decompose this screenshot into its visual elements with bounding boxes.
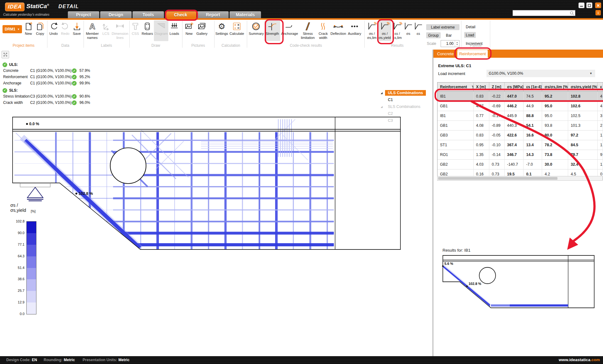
table-horizontal-scrollbar[interactable]: [437, 176, 603, 181]
tab-tools[interactable]: Tools: [133, 11, 164, 18]
summary-check-icon: [248, 21, 264, 31]
close-button[interactable]: [595, 3, 601, 8]
expander-icon[interactable]: ◢: [381, 92, 385, 94]
result-sigma-yield-button[interactable]: % σs /σs,yield: [378, 20, 391, 41]
member-names-button[interactable]: A Member names: [84, 20, 100, 41]
results-tab-concrete[interactable]: Concrete: [433, 50, 457, 58]
stepper-arrows-icon[interactable]: ▲▼: [455, 40, 459, 47]
copy-project-item-button[interactable]: Copy: [34, 20, 46, 41]
table-row-ro1[interactable]: RO11.35-0.14346.714.373.879.79: [437, 150, 603, 160]
result-sigma-button[interactable]: σs: [403, 20, 413, 41]
project-item-combo[interactable]: DRM1▼: [3, 25, 22, 33]
table-cell: 95.0: [542, 101, 568, 111]
table-row-gb1[interactable]: GB14.07-0.69446.244.995.0102.64: [437, 101, 603, 111]
gallery-button[interactable]: Gallery: [195, 20, 209, 41]
rebars-button[interactable]: Rebars: [141, 20, 154, 41]
tab-report[interactable]: Report: [197, 11, 229, 18]
summary-check-button[interactable]: Summary: [248, 20, 264, 41]
result-eps-button[interactable]: εs: [413, 20, 423, 41]
minimize-button[interactable]: [579, 3, 584, 8]
table-cell: 32.4: [568, 160, 598, 169]
filter-icon[interactable]: [471, 85, 473, 89]
lcs-button[interactable]: LCS: [100, 20, 111, 41]
table-row-gb1[interactable]: GB14.08-0.89440.354.193.8101.32: [437, 121, 603, 131]
tab-project[interactable]: Project: [68, 11, 99, 18]
titlebar: IDEA StatiCa® DETAIL Calculate yesterday…: [0, 0, 603, 18]
calculate-icon: +×÷=: [229, 21, 245, 31]
tab-design[interactable]: Design: [100, 11, 132, 18]
stress-limitation-check-button[interactable]: Stress limitation: [299, 20, 317, 41]
column-header[interactable]: σs/σs,yield [%]: [568, 83, 598, 91]
brand-name: StatiCa®: [26, 3, 49, 10]
table-row-gb2[interactable]: GB24.030.73-140.7-7.030.032.41: [437, 160, 603, 169]
palette-load-button[interactable]: Load: [464, 32, 476, 38]
css-button[interactable]: CSS: [130, 20, 141, 41]
tree-item-c3[interactable]: C3: [381, 117, 428, 124]
results-tab-reinforcement[interactable]: Reinforcement: [457, 50, 488, 58]
tab-check[interactable]: Check: [165, 11, 196, 18]
palette-detail-button[interactable]: Detail: [464, 24, 477, 30]
anchorage-check-button[interactable]: Anchorage: [280, 20, 299, 41]
settings-button[interactable]: ⚙</> Settings: [215, 20, 229, 41]
tab-materials[interactable]: Materials: [230, 11, 261, 18]
search-input[interactable]: [513, 11, 570, 15]
calculate-button[interactable]: +×÷= Calculate: [229, 20, 245, 41]
column-header[interactable]: Z [m]: [489, 83, 505, 91]
ribbon-group-calculation: ⚙</> Settings +×÷= Calculate Calculation: [215, 20, 247, 50]
table-row-ib1[interactable]: IB10.83-0.22447.074.595.2102.84: [437, 92, 603, 101]
website-link[interactable]: www.ideastatica.com: [559, 357, 600, 362]
dimension-lines-button[interactable]: Dimension lines: [111, 20, 129, 41]
table-row-ib1[interactable]: IB10.77-0.17445.988.895.0102.53: [437, 111, 603, 121]
auxiliary-dots-icon: [347, 21, 362, 31]
expander-icon[interactable]: ◢: [381, 105, 385, 108]
strength-check-button[interactable]: Strength: [264, 20, 280, 41]
load-increment-dropdown[interactable]: G100.0%, V100.0% ▼: [486, 70, 595, 77]
loads-icon: [168, 21, 180, 31]
tree-item-uls-combinations[interactable]: ◢ULS Combinations: [381, 89, 428, 96]
table-row-st1[interactable]: ST10.95-0.10367.413.478.284.51: [437, 140, 603, 150]
loads-button[interactable]: Loads: [168, 20, 180, 41]
tree-item-c1[interactable]: C1: [381, 96, 428, 103]
save-button[interactable]: Save: [71, 20, 83, 41]
table-cell: 0.95: [474, 140, 489, 150]
auxiliary-button[interactable]: Auxiliary: [347, 20, 362, 41]
table-cell: -0.14: [489, 150, 505, 159]
result-eps-lim-button[interactable]: % εs /εs,lim: [391, 20, 403, 41]
redo-button[interactable]: Redo: [59, 20, 71, 41]
opening-circle: [110, 148, 146, 184]
table-row-gb3[interactable]: GB30.83-0.05422.616.690.097.21: [437, 131, 603, 140]
scrollbar-thumb[interactable]: [438, 177, 557, 180]
column-header[interactable]: X [m]: [474, 83, 489, 91]
table-cell: 74.5: [524, 92, 542, 101]
column-header[interactable]: σs [MPa]: [505, 83, 524, 91]
new-project-item-button[interactable]: New: [23, 20, 34, 41]
column-header[interactable]: εs [1e-4]: [524, 83, 542, 91]
structure-visualization[interactable]: 0.0 % 102.8 %: [0, 50, 432, 356]
undo-button[interactable]: Undo: [48, 20, 59, 41]
label-extreme-button[interactable]: Label extreme: [426, 24, 459, 30]
column-header[interactable]: ε: [598, 83, 603, 91]
table-cell: 16.6: [524, 131, 542, 140]
new-picture-button[interactable]: New: [183, 20, 195, 41]
column-header[interactable]: Reinforcement: [437, 83, 474, 91]
group-button[interactable]: Group: [426, 32, 441, 38]
info-button[interactable]: i: [595, 10, 601, 15]
crack-width-check-button[interactable]: Crack width: [317, 20, 330, 41]
deflection-check-button[interactable]: Deflection: [330, 20, 347, 41]
scale-stepper[interactable]: 1.00 ▲▼: [441, 40, 459, 47]
model-canvas-region[interactable]: ✓ULS:ConcreteC1 (G100.0%, V100.0%)✓57.9%…: [0, 50, 432, 356]
legend-tick: 64.3: [11, 254, 24, 258]
cross-section-icon: [130, 21, 141, 31]
diagram-button[interactable]: Diagram: [154, 20, 168, 41]
table-cell: 0.83: [474, 131, 489, 140]
table-cell: 79.7: [568, 150, 598, 159]
maximize-button[interactable]: [586, 3, 592, 8]
table-cell: 2: [598, 121, 603, 130]
column-header[interactable]: σs/σs,lim [%]: [542, 83, 568, 91]
bar-button[interactable]: Bar: [443, 32, 455, 38]
table-cell: 102.6: [568, 101, 598, 111]
copy-icon: [34, 21, 46, 31]
tree-item-c2[interactable]: C2: [381, 110, 428, 117]
tree-item-sls-combinations[interactable]: ◢SLS Combinations: [381, 103, 428, 110]
result-sigma-lim-button[interactable]: % σs /σs,lim: [366, 20, 378, 41]
